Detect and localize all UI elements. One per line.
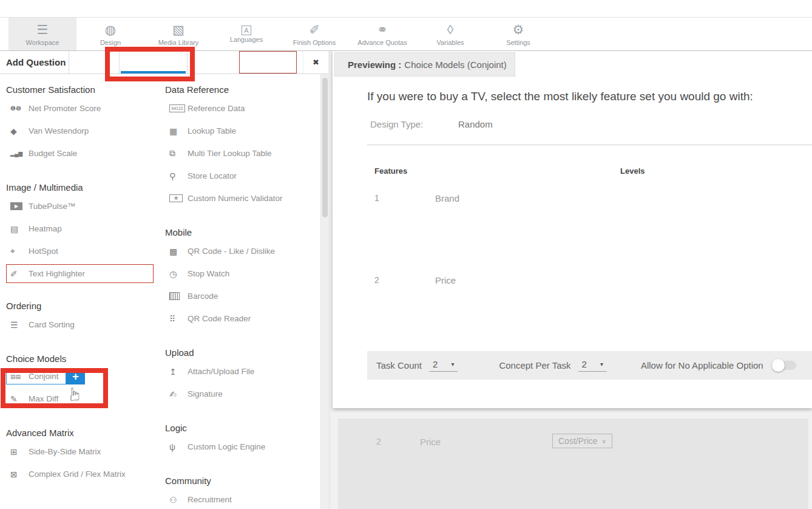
sidebar-item-stop-watch[interactable]: ◷ Stop Watch <box>165 262 318 285</box>
price-tag-icon: ◆ <box>10 126 29 136</box>
tab-strip <box>69 51 303 73</box>
section-heading: Advanced Matrix <box>6 427 159 439</box>
media-library-icon: ▧ <box>172 22 184 38</box>
scrollbar-thumb[interactable] <box>322 78 328 217</box>
toolbar-item-finish-options[interactable]: ✐ Finish Options <box>280 18 348 50</box>
sidebar-item-complex-grid[interactable]: ⊠ Complex Grid / Flex Matrix + <box>6 463 159 485</box>
maxdiff-icon: ✎ <box>10 394 29 404</box>
question-type-section: Customer Satisfaction ❶❺ Net Promoter Sc… <box>6 84 159 165</box>
section-items: ▩ QR Code - Like / Dislike ◷ Stop Watch … <box>165 240 318 330</box>
sidebar-item-signature[interactable]: ✍ Signature <box>165 383 318 405</box>
sidebar-item-side-by-side-matrix[interactable]: ⊞ Side-By-Side Matrix + <box>6 440 159 463</box>
sidebar-item-multi-tier-lookup-table[interactable]: ⧉ Multi Tier Lookup Table <box>165 142 318 165</box>
toolbar-item-settings[interactable]: ⚙ Settings <box>484 18 552 50</box>
task-count-select[interactable]: 2 ▾ <box>429 359 458 372</box>
select-arrow-icon: ∨ <box>602 438 606 445</box>
top-nav <box>0 0 812 17</box>
question-type-section: Community ⚇ Recruitment <box>165 475 318 509</box>
section-heading: Choice Models <box>6 353 159 365</box>
question-type-section: Choice Models ▤▤ Conjoint + ✎ Max Diff + <box>6 353 159 410</box>
section-items: ❶❺ Net Promoter Score + ◆ Van Westendorp… <box>6 97 159 165</box>
conjoint-controls-bar: Task Count 2 ▾ Concept Per Task 2 ▾ Allo… <box>367 351 812 380</box>
section-heading: Community <box>165 475 318 487</box>
sidebar-item-store-locator[interactable]: ⚲ Store Locator <box>165 165 318 187</box>
heatmap-icon: ▤ <box>10 224 29 234</box>
qr-like-icon: ▩ <box>169 247 188 256</box>
sidebar-item-budget-scale[interactable]: ▂▄▆ Budget Scale + <box>6 142 159 165</box>
panel-tab-bar: Add Question ✖ <box>0 51 328 74</box>
section-heading: Data Reference <box>165 84 318 96</box>
tubepulse-icon: ▶ <box>10 202 22 210</box>
section-heading: Image / Multimedia <box>6 182 159 194</box>
dropdown-arrow-icon: ▾ <box>600 361 603 367</box>
toolbar-item-languages[interactable]: A Languages <box>212 18 280 50</box>
upload-icon: ↥ <box>169 367 188 377</box>
sidebar-item-net-promoter-score[interactable]: ❶❺ Net Promoter Score + <box>6 97 159 120</box>
tab-basic[interactable] <box>69 51 119 73</box>
sidebar-item-hotspot[interactable]: ⌖ HotSpot + <box>6 240 159 262</box>
sidebar-item-qr-code-reader[interactable]: ⠿ QR Code Reader <box>165 307 318 330</box>
dimmed-editor-area: 2 Price Cost/Price ∨ <box>331 408 812 509</box>
sidebar-item-reference-data[interactable]: 94122 Reference Data <box>165 97 318 120</box>
question-type-section: Logic ψ Custom Logic Engine <box>165 422 318 458</box>
tab-advanced[interactable] <box>119 51 187 73</box>
variables-icon: ◊ <box>447 22 453 38</box>
sidebar-item-recruitment[interactable]: ⚇ Recruitment <box>165 488 318 509</box>
panel-title: Add Question <box>0 51 69 73</box>
sidebar-item-card-sorting[interactable]: ☰ Card Sorting + <box>6 313 159 336</box>
toggle-knob <box>772 359 785 372</box>
toolbar-item-variables[interactable]: ◊ Variables <box>416 18 484 50</box>
table-row: 2 Price <box>374 267 812 349</box>
tab-library[interactable] <box>187 51 239 73</box>
sidebar-item-barcode[interactable]: Barcode <box>165 285 318 307</box>
sidebar-item-van-westendorp[interactable]: ◆ Van Westendorp + <box>6 120 159 142</box>
card-sorting-icon: ☰ <box>10 320 29 330</box>
store-locator-icon: ⚲ <box>169 171 188 181</box>
design-type-label: Design Type: <box>370 119 423 129</box>
add-conjoint-button[interactable]: + <box>66 368 85 384</box>
sidebar-item-tubepulse[interactable]: ▶ TubePulse™ + <box>6 195 159 217</box>
sidebar-item-lookup-table[interactable]: ▦ Lookup Table <box>165 120 318 142</box>
sidebar-item-max-diff[interactable]: ✎ Max Diff + <box>6 388 159 410</box>
qr-reader-icon: ⠿ <box>169 314 188 324</box>
sidebar-item-qr-code-like-dislike[interactable]: ▩ QR Code - Like / Dislike <box>165 240 318 262</box>
toolbar-item-advance-quotas[interactable]: ⚭ Advance Quotas <box>348 18 416 50</box>
close-icon: ✖ <box>313 58 319 67</box>
toolbar-item-design[interactable]: ◍ Design <box>76 18 144 50</box>
cost-price-select[interactable]: Cost/Price ∨ <box>552 434 612 448</box>
close-panel-button[interactable]: ✖ <box>303 51 328 73</box>
toolbar-item-media-library[interactable]: ▧ Media Library <box>144 18 212 50</box>
section-items: 94122 Reference Data ▦ Lookup Table ⧉ Mu… <box>165 97 318 210</box>
question-type-section: Mobile ▩ QR Code - Like / Dislike ◷ Stop… <box>165 227 318 330</box>
section-heading: Upload <box>165 347 318 359</box>
sidebar-item-custom-logic-engine[interactable]: ψ Custom Logic Engine <box>165 436 318 458</box>
sidebar-item-conjoint[interactable]: ▤▤ Conjoint + <box>6 368 66 384</box>
levels-header: Levels <box>620 166 645 179</box>
reference-data-icon: 94122 <box>169 104 185 112</box>
dimmed-panel: 2 Price Cost/Price ∨ <box>338 418 808 509</box>
workspace-icon: ☰ <box>37 22 49 38</box>
features-table: Features Levels 1 Brand 2 Price <box>374 166 812 349</box>
nps-scale-icon: ❶❺ <box>10 105 29 112</box>
design-icon: ◍ <box>105 22 116 38</box>
section-heading: Mobile <box>165 227 318 239</box>
barcode-icon <box>169 292 180 300</box>
sidebar-scrollbar[interactable] <box>320 74 328 509</box>
design-type-value: Random <box>458 119 493 129</box>
task-count-label: Task Count <box>376 360 422 371</box>
main-toolbar: ☰ Workspace ◍ Design ▧ Media Library A L… <box>0 17 812 51</box>
tab-canvas[interactable] <box>239 51 297 73</box>
no-applicable-toggle[interactable] <box>773 361 796 370</box>
logic-engine-icon: ψ <box>169 442 188 452</box>
section-heading: Customer Satisfaction <box>6 84 159 96</box>
sidebar-item-heatmap[interactable]: ▤ Heatmap + <box>6 217 159 240</box>
toolbar-item-workspace[interactable]: ☰ Workspace <box>8 18 76 50</box>
divider <box>367 145 812 145</box>
sidebar-item-custom-numeric-validator[interactable]: ✻ Custom Numeric Validator <box>165 187 318 210</box>
previewing-header: Previewing : Choice Models (Conjoint) <box>334 52 515 77</box>
sidebar-item-attach-upload-file[interactable]: ↥ Attach/Upload File <box>165 360 318 383</box>
sidebar-item-text-highlighter[interactable]: ✐ Text Highlighter + <box>6 264 154 283</box>
question-types-column-2: Data Reference 94122 Reference Data ▦ Lo… <box>165 74 318 509</box>
settings-icon: ⚙ <box>513 22 524 38</box>
concept-per-task-select[interactable]: 2 ▾ <box>578 359 607 372</box>
